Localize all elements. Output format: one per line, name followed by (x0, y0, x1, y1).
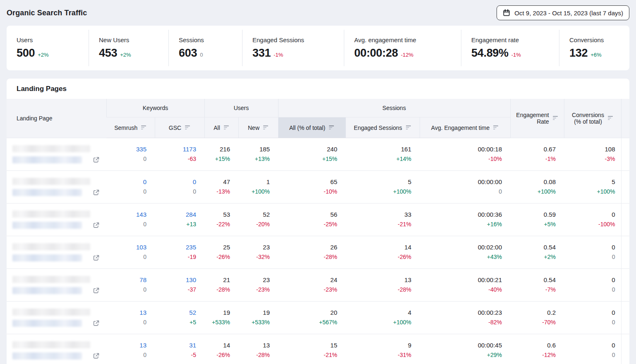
column-header-engaged-sessions[interactable]: Engaged Sessions (346, 117, 420, 138)
cell-engagement-rate: 0.67-1% (510, 138, 564, 170)
cell-value: 23 (238, 242, 270, 252)
landing-page-cell (7, 334, 106, 364)
landing-pages-table: Landing Page Keywords Users Sessions Eng… (7, 99, 629, 364)
cell-value: 00:00:00 (420, 177, 502, 187)
cell-value: 20 (278, 308, 337, 318)
metric-value: 54.89% (471, 47, 509, 60)
cell-value[interactable]: 1173 (155, 144, 196, 154)
cell-value: 0.08 (510, 177, 556, 187)
column-header-semrush[interactable]: Semrush (106, 117, 155, 138)
metric-card: New Users 453 +2% (89, 30, 168, 66)
date-range-picker[interactable]: Oct 9, 2023 - Oct 15, 2023 (last 7 days) (497, 5, 629, 20)
sort-icon[interactable] (493, 125, 499, 130)
cell-delta: 0 (155, 187, 196, 196)
cell-value[interactable]: 235 (155, 242, 196, 252)
sort-icon[interactable] (608, 116, 613, 120)
engagement-rate-header-label: Engagement Rate (516, 112, 549, 125)
column-header-engagement-rate[interactable]: Engagement Rate (510, 99, 564, 138)
cell-value[interactable]: 130 (155, 275, 196, 285)
cell-delta: -28% (278, 252, 337, 262)
metric-value: 331 (252, 47, 271, 60)
column-header-users-new[interactable]: New (238, 117, 278, 138)
cell-value[interactable]: 284 (155, 210, 196, 220)
external-link-icon[interactable] (93, 189, 100, 196)
metric-delta: -1% (274, 52, 283, 58)
cell-avg-engagement-time: 00:00:000 (420, 170, 510, 203)
column-header-avg-engagement-time[interactable]: Avg. Engagement time (420, 117, 510, 138)
cell-engagement-rate: 0.6-12% (510, 334, 564, 364)
landing-page-entry (12, 145, 100, 163)
table-edge-sliver (621, 99, 629, 138)
cell-semrush[interactable]: 130 (106, 301, 155, 334)
gsc-header-label: GSC (169, 125, 181, 131)
cell-semrush[interactable]: 3350 (106, 138, 155, 170)
landing-page-entry (12, 211, 100, 229)
cell-value: 0 (564, 308, 615, 318)
cell-value[interactable]: 52 (155, 308, 196, 318)
sort-icon[interactable] (141, 125, 146, 130)
cell-delta: +13 (155, 220, 196, 229)
cell-value[interactable]: 13 (106, 340, 146, 350)
cell-value[interactable]: 335 (106, 144, 146, 154)
cell-value[interactable]: 0 (155, 177, 196, 187)
cell-sessions-all: 65-10% (278, 170, 346, 203)
cell-gsc[interactable]: 1173-63 (155, 138, 204, 170)
cell-value[interactable]: 78 (106, 275, 146, 285)
cell-semrush[interactable]: 130 (106, 334, 155, 364)
external-link-icon[interactable] (93, 287, 100, 294)
sort-icon[interactable] (224, 125, 229, 130)
cell-semrush[interactable]: 1430 (106, 203, 155, 236)
external-link-icon[interactable] (93, 156, 100, 163)
cell-value[interactable]: 31 (155, 340, 196, 350)
cell-delta: -21% (346, 220, 411, 229)
users-new-header-label: New (248, 125, 259, 131)
sort-icon[interactable] (406, 125, 411, 130)
landing-page-entry (12, 309, 100, 327)
cell-gsc[interactable]: 52+5 (155, 301, 204, 334)
cell-semrush[interactable]: 00 (106, 170, 155, 203)
cell-value[interactable]: 13 (106, 308, 146, 318)
cell-gsc[interactable]: 00 (155, 170, 204, 203)
landing-page-cell (7, 170, 106, 203)
column-header-gsc[interactable]: GSC (155, 117, 204, 138)
external-link-icon[interactable] (93, 352, 100, 359)
cell-gsc[interactable]: 284+13 (155, 203, 204, 236)
cell-value[interactable]: 0 (106, 177, 146, 187)
cell-value: 0.59 (510, 210, 556, 220)
organic-search-traffic-page: Organic Search Traffic Oct 9, 2023 - Oct… (0, 0, 636, 364)
cell-gsc[interactable]: 31-5 (155, 334, 204, 364)
cell-semrush[interactable]: 1030 (106, 236, 155, 268)
cell-value: 0 (564, 275, 615, 285)
cell-value[interactable]: 103 (106, 242, 146, 252)
cell-semrush[interactable]: 780 (106, 268, 155, 301)
external-link-icon[interactable] (93, 254, 100, 261)
cell-users-new: 1+100% (238, 170, 278, 203)
column-header-users-all[interactable]: All (204, 117, 238, 138)
cell-value[interactable]: 143 (106, 210, 146, 220)
cell-engaged-sessions: 9-31% (346, 334, 420, 364)
landing-page-entry (12, 276, 100, 294)
cell-value: 00:00:23 (420, 308, 502, 318)
sort-icon[interactable] (185, 125, 190, 130)
column-header-conversions[interactable]: Conversions (% of total) (564, 99, 621, 138)
landing-page-cell (7, 268, 106, 301)
cell-engagement-rate: 0.54-7% (510, 268, 564, 301)
column-group-users: Users (204, 99, 278, 117)
external-link-icon[interactable] (93, 320, 100, 327)
cell-gsc[interactable]: 235-19 (155, 236, 204, 268)
blurred-landing-page-title (12, 211, 90, 218)
sort-active-icon[interactable] (329, 125, 334, 130)
cell-engaged-sessions: 4+100% (346, 301, 420, 334)
sort-icon[interactable] (263, 125, 269, 130)
cell-delta: -19 (155, 252, 196, 262)
external-link-icon[interactable] (93, 222, 100, 229)
cell-delta: -25% (278, 220, 337, 229)
cell-delta: -32% (238, 252, 270, 262)
cell-engagement-rate: 0.08+100% (510, 170, 564, 203)
cell-gsc[interactable]: 130-37 (155, 268, 204, 301)
cell-value: 0.67 (510, 144, 556, 154)
cell-delta: +2% (510, 252, 556, 262)
column-header-sessions-all-sorted[interactable]: All (% of total) (278, 117, 346, 138)
blurred-landing-page-url (12, 222, 82, 229)
sort-icon[interactable] (553, 116, 558, 120)
